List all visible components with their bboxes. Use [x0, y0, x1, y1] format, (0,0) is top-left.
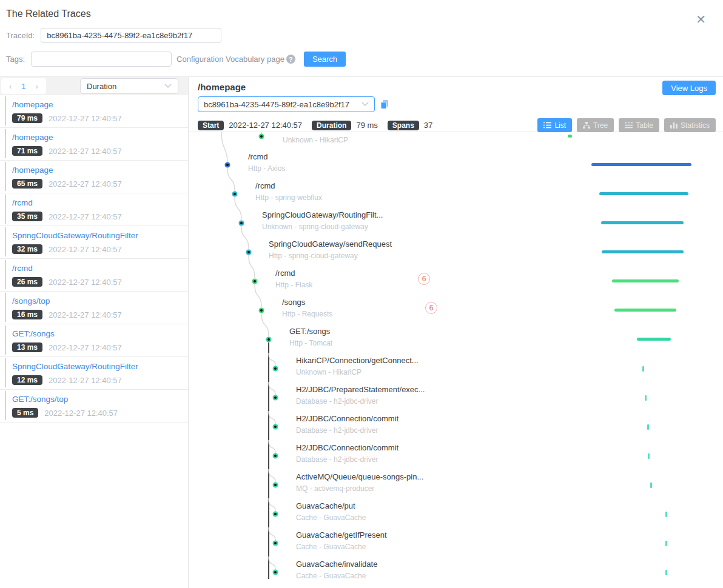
tree-icon: [583, 122, 590, 129]
span-name: H2/JDBC/Connection/commit: [296, 414, 398, 423]
trace-link[interactable]: GET:/songs/top: [12, 395, 188, 404]
tab-list[interactable]: List: [537, 118, 572, 132]
duration-badge: 12 ms: [12, 375, 42, 385]
trace-list-item[interactable]: /homepage65 ms2022-12-27 12:40:57: [0, 161, 188, 193]
span-subtitle: Http - Requests: [282, 310, 332, 318]
trace-list-item[interactable]: /songs/top16 ms2022-12-27 12:40:57: [0, 292, 188, 324]
span-name: GuavaCache/put: [296, 501, 366, 510]
trace-timestamp: 2022-12-27 12:40:57: [49, 376, 122, 385]
span-row[interactable]: Unknown - HikariCP: [283, 133, 348, 144]
trace-link[interactable]: /homepage: [12, 133, 188, 142]
help-icon[interactable]: ?: [286, 55, 295, 64]
connector-line: [249, 255, 255, 278]
span-duration-tick: [665, 570, 667, 575]
trace-timestamp: 2022-12-27 12:40:57: [49, 147, 122, 156]
span-duration-tick: [647, 424, 649, 430]
connector-line: [235, 197, 241, 220]
span-row[interactable]: /rcmdHttp - Flask: [275, 269, 312, 289]
tags-input[interactable]: [31, 52, 172, 67]
connector-line: [269, 498, 275, 512]
span-subtitle: Database - h2-jdbc-driver: [296, 455, 398, 464]
traceid-row: TraceId:: [6, 28, 717, 43]
page-prev-icon[interactable]: ‹: [9, 82, 12, 91]
span-row[interactable]: GuavaCache/putCache - GuavaCache: [296, 501, 366, 522]
connector-line: [255, 284, 261, 307]
trace-id-select[interactable]: bc8961ba-4235-4475-89f2-ea1c8e9b2f17: [198, 96, 375, 112]
trace-link[interactable]: /rcmd: [12, 264, 188, 273]
connector-line: [269, 469, 275, 483]
trace-link[interactable]: /rcmd: [12, 198, 188, 207]
span-name: /rcmd: [275, 269, 312, 278]
connector-line: [269, 527, 275, 541]
traceid-input[interactable]: [41, 28, 221, 43]
span-duration-bar: [612, 279, 679, 282]
sort-select-value: Duration: [87, 82, 116, 91]
span-name: SpringCloudGateway/RoutingFilt...: [262, 210, 383, 219]
trace-list-item[interactable]: SpringCloudGateway/RoutingFilter32 ms202…: [0, 226, 188, 259]
spans-value: 37: [424, 121, 432, 130]
trace-link[interactable]: /songs/top: [12, 296, 188, 306]
span-duration-bar: [614, 309, 676, 312]
view-logs-button[interactable]: View Logs: [662, 81, 716, 95]
copy-icon[interactable]: [380, 99, 389, 110]
vocabulary-link[interactable]: Configuration Vocabulary page: [177, 55, 284, 64]
trace-list-item[interactable]: /rcmd26 ms2022-12-27 12:40:57: [0, 259, 188, 292]
trace-list-item[interactable]: /homepage79 ms2022-12-27 12:40:57: [0, 95, 188, 128]
span-row[interactable]: SpringCloudGateway/RoutingFilt...Unknown…: [262, 210, 383, 231]
trace-sidebar: ‹ 1 › Duration /homepage79 ms2022-12-27 …: [0, 77, 189, 588]
duration-badge: 35 ms: [12, 212, 42, 221]
span-dot-core: [260, 135, 263, 138]
span-row[interactable]: H2/JDBC/Connection/commitDatabase - h2-j…: [296, 443, 398, 464]
span-row[interactable]: HikariCP/Connection/getConnect...Unknown…: [296, 356, 419, 376]
span-count-badge: 6: [425, 302, 437, 314]
tab-tree[interactable]: Tree: [577, 118, 614, 132]
span-row[interactable]: GuavaCache/getIfPresentCache - GuavaCach…: [296, 530, 387, 551]
span-row[interactable]: GuavaCache/invalidateCache - GuavaCache: [296, 560, 377, 580]
span-duration-tick: [645, 395, 647, 401]
trace-list-item[interactable]: GET:/songs/top5 ms2022-12-27 12:40:57: [0, 390, 188, 423]
page-next-icon[interactable]: ›: [36, 82, 38, 91]
span-row[interactable]: GET:/songsHttp - Tomcat: [289, 327, 332, 347]
span-name: /rcmd: [248, 152, 285, 161]
connector-line: [269, 382, 275, 395]
tab-statistics[interactable]: Statistics: [664, 118, 716, 132]
span-row[interactable]: ActiveMQ/Queue/queue-songs-pin...MQ - ac…: [296, 472, 423, 493]
span-row[interactable]: SpringCloudGateway/sendRequestHttp - spr…: [269, 239, 392, 260]
trace-list-item[interactable]: /homepage71 ms2022-12-27 12:40:57: [0, 128, 188, 161]
trace-id-select-value: bc8961ba-4235-4475-89f2-ea1c8e9b2f17: [204, 100, 349, 109]
sort-select[interactable]: Duration: [80, 78, 178, 94]
trace-list-item[interactable]: /rcmd35 ms2022-12-27 12:40:57: [0, 193, 188, 226]
trace-link[interactable]: SpringCloudGateway/RoutingFilter: [12, 231, 188, 240]
span-duration-bar: [568, 135, 572, 138]
span-name: /rcmd: [255, 181, 322, 190]
pager: ‹ 1 ›: [1, 78, 46, 94]
trace-meta: 71 ms2022-12-27 12:40:57: [12, 146, 188, 156]
statistics-icon: [670, 122, 678, 129]
span-subtitle: Unknown - HikariCP: [296, 368, 419, 376]
trace-link[interactable]: SpringCloudGateway/RoutingFilter: [12, 362, 188, 371]
tab-table[interactable]: Table: [619, 118, 659, 132]
trace-list-item[interactable]: SpringCloudGateway/RoutingFilter12 ms202…: [0, 357, 188, 390]
trace-link[interactable]: /homepage: [12, 100, 188, 109]
span-subtitle: Http - Flask: [275, 281, 312, 289]
span-row[interactable]: H2/JDBC/PreparedStatement/exec...Databas…: [296, 385, 425, 406]
trace-timestamp: 2022-12-27 12:40:57: [49, 212, 122, 221]
start-value: 2022-12-27 12:40:57: [229, 121, 302, 130]
filter-section: The Related Traces ✕ TraceId: Tags: Conf…: [0, 0, 723, 77]
close-icon[interactable]: ✕: [696, 13, 706, 25]
trace-timestamp: 2022-12-27 12:40:57: [49, 114, 122, 123]
table-icon: [625, 122, 633, 129]
trace-link[interactable]: /homepage: [12, 165, 188, 175]
search-button[interactable]: Search: [304, 52, 346, 67]
connector-line: [241, 226, 249, 249]
trace-link[interactable]: GET:/songs: [12, 329, 188, 338]
span-name: ActiveMQ/Queue/queue-songs-pin...: [296, 472, 423, 481]
page-number[interactable]: 1: [21, 82, 25, 91]
span-row[interactable]: H2/JDBC/Connection/commitDatabase - h2-j…: [296, 414, 398, 435]
span-row[interactable]: /rcmdHttp - Axios: [248, 152, 285, 173]
span-name: H2/JDBC/PreparedStatement/exec...: [296, 385, 425, 394]
tags-row: Tags: Configuration Vocabulary page ? Se…: [6, 52, 717, 67]
span-row[interactable]: /songsHttp - Requests: [282, 298, 332, 318]
span-row[interactable]: /rcmdHttp - spring-webflux: [255, 181, 322, 202]
trace-list-item[interactable]: GET:/songs13 ms2022-12-27 12:40:57: [0, 324, 188, 357]
